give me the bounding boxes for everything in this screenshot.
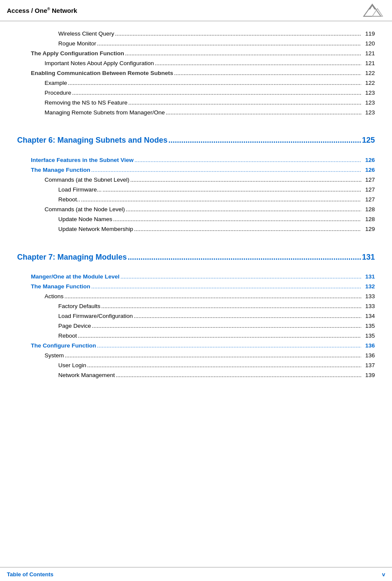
toc-entry: Interface Features in the Subnet View ..… — [17, 156, 375, 165]
toc-dots: ........................................… — [87, 361, 361, 371]
toc-dots: ........................................… — [91, 282, 361, 292]
toc-entry: Enabling Communication Between Remote Su… — [17, 69, 375, 78]
toc-page: 123 — [362, 98, 375, 108]
toc-text: Wireless Client Query — [58, 29, 114, 39]
toc-text: Rogue Monitor — [58, 39, 96, 49]
toc-text: Removing the NS to NS Feature — [45, 98, 128, 108]
toc-dots: ........................................… — [91, 165, 361, 175]
toc-text: Commands (at the Subnet Level) — [45, 175, 129, 185]
toc-page: 136 — [362, 351, 375, 361]
toc-entry: Commands (at the Subnet Level) .........… — [17, 175, 375, 185]
toc-dots: ........................................… — [168, 134, 361, 147]
toc-entry: Update Node Names ......................… — [17, 215, 375, 225]
toc-page: 120 — [362, 39, 375, 49]
toc-dots: ........................................… — [68, 78, 361, 88]
toc-page: 123 — [362, 88, 375, 98]
toc-text: Reboot.. — [58, 195, 80, 205]
toc-text: Load Firmware/Configuration — [58, 311, 133, 321]
toc-entry: The Configure Function .................… — [17, 341, 375, 351]
toc-dots: ........................................… — [166, 108, 361, 118]
toc-page: 126 — [362, 156, 375, 165]
toc-page: 121 — [362, 49, 375, 59]
toc-entry: Load Firmware/Configuration ............… — [17, 311, 375, 321]
toc-dots: ........................................… — [116, 371, 361, 380]
toc-page: 127 — [362, 175, 375, 185]
toc-page: 131 — [362, 251, 375, 264]
toc-dots: ........................................… — [64, 292, 361, 302]
toc-dots: ........................................… — [128, 251, 361, 264]
toc-text: The Manage Function — [31, 282, 90, 292]
header-title: Access / One® Network — [7, 7, 77, 14]
toc-text: Update Network Membership — [58, 225, 133, 234]
toc-entry: Rogue Monitor ..........................… — [17, 39, 375, 49]
toc-entry: Removing the NS to NS Feature ..........… — [17, 98, 375, 108]
toc-entry: Procedure ..............................… — [17, 88, 375, 98]
toc-text: Example — [45, 78, 67, 88]
header-registered: ® — [47, 7, 50, 11]
toc-text: System — [45, 351, 64, 361]
toc-text: Interface Features in the Subnet View — [31, 156, 134, 165]
toc-entry: Reboot .................................… — [17, 331, 375, 341]
toc-page: 121 — [362, 59, 375, 69]
toc-entry: Update Network Membership ..............… — [17, 225, 375, 234]
toc-entry: Factory Defaults .......................… — [17, 302, 375, 311]
toc-page: 127 — [362, 195, 375, 205]
toc-text: Chapter 6: Managing Subnets and Nodes — [17, 134, 168, 147]
toc-text: The Apply Configuration Function — [31, 49, 124, 59]
toc-entry: Chapter 7: Managing Modules ............… — [17, 251, 375, 264]
svg-marker-1 — [368, 4, 377, 9]
toc-dots: ........................................… — [125, 49, 361, 59]
toc-page: 136 — [362, 341, 375, 351]
toc-text: Important Notes About Apply Configuratio… — [45, 59, 154, 69]
toc-entry: Commands (at the Node Level) ...........… — [17, 205, 375, 215]
toc-page: 128 — [362, 215, 375, 225]
toc-page: 123 — [362, 108, 375, 118]
page-header: Access / One® Network — [0, 0, 392, 21]
toc-text: User Login — [58, 361, 86, 371]
toc-entry: Chapter 6: Managing Subnets and Nodes ..… — [17, 134, 375, 147]
header-title-text: Access / One — [7, 7, 47, 14]
toc-dots: ........................................… — [135, 156, 361, 165]
toc-text: Network Management — [58, 371, 115, 380]
toc-entry: The Manage Function ....................… — [17, 165, 375, 175]
toc-text: Factory Defaults — [58, 302, 100, 311]
toc-page: 135 — [362, 321, 375, 331]
toc-page: 139 — [362, 371, 375, 380]
toc-text: Managing Remote Subnets from Manager/One — [45, 108, 165, 118]
toc-page: 119 — [362, 29, 375, 39]
toc-entry: The Apply Configuration Function .......… — [17, 49, 375, 59]
toc-page: 131 — [362, 272, 375, 282]
toc-text: Page Device — [58, 321, 91, 331]
toc-page: 122 — [362, 78, 375, 88]
toc-dots: ........................................… — [134, 311, 361, 321]
toc-entry: Example ................................… — [17, 78, 375, 88]
chapter-spacer — [17, 150, 375, 156]
toc-dots: ........................................… — [97, 39, 361, 49]
toc-text: Chapter 7: Managing Modules — [17, 251, 127, 264]
toc-text: The Manage Function — [31, 165, 90, 175]
toc-page: 122 — [362, 69, 375, 78]
toc-text: Update Node Names — [58, 215, 112, 225]
toc-dots: ........................................… — [134, 225, 361, 234]
toc-entry: Managing Remote Subnets from Manager/One… — [17, 108, 375, 118]
toc-entry: Page Device ............................… — [17, 321, 375, 331]
toc-page: 137 — [362, 361, 375, 371]
toc-dots: ........................................… — [97, 341, 361, 351]
toc-dots: ........................................… — [130, 175, 361, 185]
toc-page: 132 — [362, 282, 375, 292]
toc-text: Enabling Communication Between Remote Su… — [31, 69, 173, 78]
toc-dots: ........................................… — [72, 88, 361, 98]
toc-page: 128 — [362, 205, 375, 215]
toc-text: Commands (at the Node Level) — [45, 205, 125, 215]
toc-text: Load Firmware... — [58, 185, 102, 195]
toc-dots: ........................................… — [92, 321, 361, 331]
header-title-suffix: Network — [50, 7, 77, 14]
toc-text: The Configure Function — [31, 341, 96, 351]
toc-text: Manger/One at the Module Level — [31, 272, 120, 282]
toc-page: 133 — [362, 292, 375, 302]
toc-entry: Manger/One at the Module Level .........… — [17, 272, 375, 282]
toc-content: Wireless Client Query ..................… — [0, 21, 392, 397]
toc-dots: ........................................… — [120, 272, 361, 282]
toc-dots: ........................................… — [65, 351, 361, 361]
svg-marker-3 — [372, 9, 383, 16]
